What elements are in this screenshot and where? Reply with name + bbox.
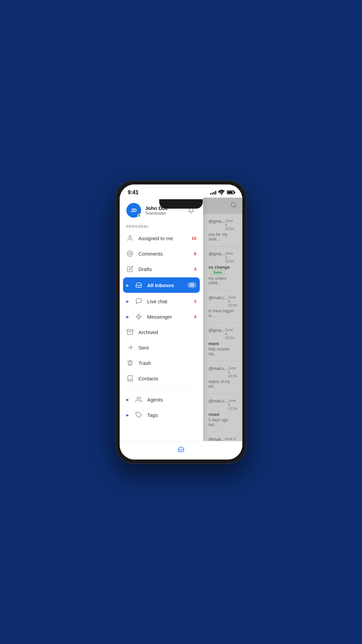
tag-icon: [135, 411, 142, 419]
main-content-panel: @gma... June 4, 10:54 you for my orde...…: [203, 198, 242, 441]
personal-section-label: PERSONAL: [120, 222, 203, 230]
chat-icon: [135, 298, 142, 305]
comments-badge: 6: [190, 251, 196, 256]
sidebar-item-all-inboxes[interactable]: ▶ All Inboxes 20: [123, 277, 200, 293]
all-inboxes-label: All Inboxes: [147, 282, 183, 288]
content-area: JD John Doe ▾ Teamleader: [120, 198, 242, 441]
divider: [126, 389, 196, 389]
sidebar-item-tags[interactable]: ▶ Tags: [120, 407, 203, 423]
sidebar-item-messenger[interactable]: ▶ Messenger 4: [120, 309, 203, 324]
person-icon: [126, 234, 134, 242]
expand-arrow-icon: ▶: [126, 398, 129, 401]
email-preview: my orders #346...: [208, 276, 237, 285]
at-icon: [126, 250, 134, 257]
email-item[interactable]: @gma... June 4, 10:54 ment fully receive…: [203, 323, 242, 361]
online-indicator: [137, 214, 141, 217]
comments-label: Comments: [138, 251, 185, 257]
email-sender: @gma...: [208, 251, 225, 263]
sidebar-item-trash[interactable]: Trash: [120, 355, 203, 371]
email-sender: @mail.c...: [208, 398, 228, 411]
battery-icon: [227, 191, 234, 194]
email-item[interactable]: @mail.c... June 4, 10:54 to have bigger …: [203, 290, 242, 323]
email-sender: @mail.c...: [208, 295, 228, 307]
send-icon: [126, 344, 134, 351]
user-role: Teamleader: [145, 211, 182, 216]
email-sender: @gma...: [208, 328, 225, 340]
live-chat-badge: 3: [190, 299, 196, 304]
email-preview: you for my orde...: [208, 232, 237, 241]
sidebar-item-comments[interactable]: Comments 6: [120, 246, 203, 261]
email-date: June 4, 10:54: [228, 295, 237, 307]
lightning-icon: [135, 313, 142, 320]
sidebar-item-contacts[interactable]: Contacts: [120, 371, 203, 386]
search-icon[interactable]: [230, 202, 237, 210]
contacts-label: Contacts: [138, 376, 196, 381]
email-subject: ment: [208, 341, 237, 346]
tags-label: Tags: [147, 412, 196, 418]
email-sender: @gma...: [208, 219, 225, 231]
signal-icon: [210, 191, 216, 195]
expand-arrow-icon: ▶: [126, 300, 129, 303]
pencil-icon: [126, 265, 134, 273]
status-bar: 9:41: [120, 184, 242, 198]
email-date: June 4, 10:54: [228, 398, 237, 411]
email-date: June 4, 10:54: [228, 366, 237, 378]
messenger-label: Messenger: [147, 314, 185, 320]
email-subject: rmed: [208, 412, 237, 417]
live-chat-label: Live chat: [147, 299, 185, 304]
sidebar-item-agents[interactable]: ▶ Agents: [120, 392, 203, 407]
expand-arrow-icon: ▶: [126, 413, 129, 417]
drafts-badge: 4: [190, 267, 196, 272]
archived-label: Archived: [138, 329, 196, 335]
inbox-icon: [135, 281, 142, 289]
messenger-badge: 4: [190, 314, 196, 319]
sidebar-item-archived[interactable]: Archived: [120, 324, 203, 340]
email-item[interactable]: @mail.c... June 4, 10:54 rmed 5 days ago…: [203, 394, 242, 432]
assigned-label: Assigned to me: [138, 235, 185, 241]
sidebar-item-drafts[interactable]: Drafts 4: [120, 261, 203, 277]
sidebar: JD John Doe ▾ Teamleader: [120, 198, 203, 441]
svg-rect-2: [127, 330, 133, 331]
email-subject: ss change Sales: [208, 265, 237, 275]
sidebar-item-live-chat[interactable]: ▶ Live chat 3: [120, 293, 203, 309]
email-item[interactable]: @mail.c... June 4, 10:54 status of my re…: [203, 361, 242, 394]
agents-label: Agents: [147, 397, 196, 402]
sidebar-item-sent[interactable]: Sent: [120, 340, 203, 355]
expand-arrow-icon: ▶: [126, 283, 129, 287]
phone-frame: 9:41: [116, 180, 246, 464]
email-date: June 4, 10:54: [225, 437, 237, 441]
book-icon: [126, 375, 134, 382]
email-preview: to have bigger si...: [208, 309, 237, 318]
expand-arrow-icon: ▶: [126, 315, 129, 319]
email-sender: @mail...: [208, 437, 225, 441]
avatar[interactable]: JD: [126, 203, 141, 218]
svg-point-5: [137, 397, 139, 399]
sent-label: Sent: [138, 345, 196, 351]
all-inboxes-badge: 20: [187, 282, 196, 288]
sidebar-item-assigned[interactable]: Assigned to me 16: [120, 230, 203, 246]
tab-inbox-icon[interactable]: [176, 445, 186, 454]
email-item[interactable]: @mail... June 4, 10:54: [203, 432, 242, 441]
email-item[interactable]: @gma... June 4, 10:54 ss change Sales my…: [203, 247, 242, 290]
svg-marker-1: [136, 314, 141, 320]
wifi-icon: [218, 189, 225, 196]
tab-bar: [120, 441, 242, 460]
status-icons: [210, 189, 234, 196]
email-date: June 4, 10:54: [225, 219, 237, 231]
status-time: 9:41: [128, 190, 138, 196]
email-date: June 4, 10:54: [225, 251, 237, 263]
email-preview: 5 days ago but...: [208, 418, 237, 427]
assigned-badge: 16: [190, 236, 196, 241]
phone-screen: 9:41: [120, 184, 242, 460]
trash-icon: [126, 359, 134, 367]
notch: [159, 199, 203, 209]
archive-icon: [126, 328, 134, 336]
email-item[interactable]: @gma... June 4, 10:54 you for my orde...: [203, 214, 242, 247]
email-date: June 4, 10:54: [225, 328, 237, 340]
main-header: [203, 198, 242, 214]
sales-tag: Sales: [210, 270, 225, 275]
email-sender: @mail.c...: [208, 366, 228, 378]
drafts-label: Drafts: [138, 266, 185, 272]
people-icon: [135, 396, 142, 403]
email-list: @gma... June 4, 10:54 you for my orde...…: [203, 214, 242, 441]
